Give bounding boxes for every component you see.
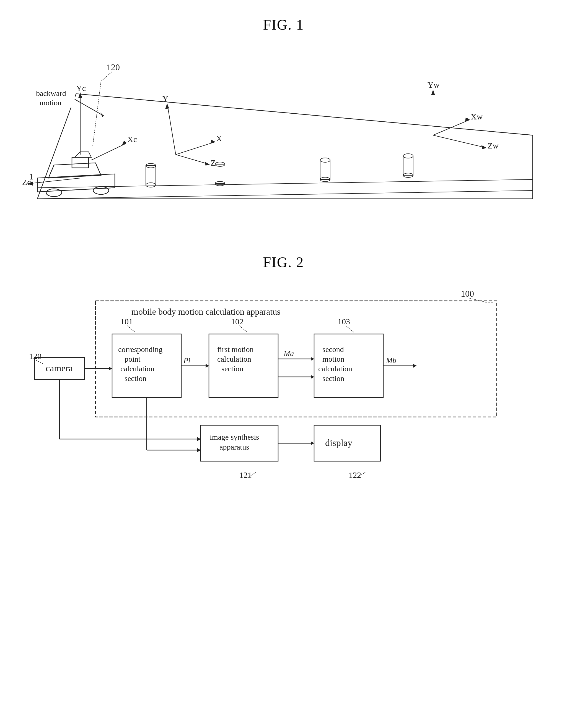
svg-text:first motion: first motion [217,345,253,354]
svg-marker-113 [311,441,314,445]
svg-marker-106 [197,448,201,452]
svg-line-2 [37,191,533,199]
svg-text:section: section [323,374,344,383]
svg-text:motion: motion [40,98,61,107]
svg-marker-87 [311,357,314,361]
svg-rect-51 [215,164,225,184]
svg-line-32 [176,142,214,155]
svg-text:calculation: calculation [318,364,352,373]
svg-text:Pi: Pi [183,356,190,365]
svg-rect-82 [209,334,278,398]
svg-text:image synthesis: image synthesis [210,433,259,441]
svg-text:backward: backward [36,89,66,98]
fig1-diagram: 1 backward motion 120 Yc Zc Xc Y X [0,38,567,232]
svg-line-65 [36,360,44,364]
svg-marker-45 [482,145,487,149]
fig2-diagram: mobile body motion calculation apparatus… [0,279,567,500]
svg-marker-0 [37,94,533,199]
svg-text:Xc: Xc [127,135,137,144]
svg-text:section: section [124,374,146,383]
svg-line-23 [29,178,80,184]
svg-text:point: point [124,355,140,363]
svg-line-62 [469,298,486,302]
svg-text:Zc: Zc [22,178,31,187]
svg-text:camera: camera [46,363,73,373]
svg-text:101: 101 [120,317,133,326]
svg-text:102: 102 [231,317,243,326]
svg-text:Ma: Ma [284,349,294,358]
svg-text:Y: Y [162,94,168,103]
svg-text:121: 121 [239,470,252,479]
svg-marker-36 [205,162,210,166]
svg-text:corresponding: corresponding [118,345,162,354]
svg-rect-54 [320,160,330,179]
svg-text:second: second [323,345,344,354]
svg-marker-21 [78,92,82,98]
svg-text:120: 120 [29,351,41,361]
svg-text:120: 120 [106,62,120,72]
svg-line-15 [75,99,104,116]
svg-text:Zw: Zw [488,141,499,150]
svg-marker-90 [311,375,314,379]
svg-text:Yc: Yc [76,84,86,93]
svg-line-1 [37,179,533,188]
svg-line-41 [433,120,469,135]
svg-marker-39 [431,90,435,95]
svg-line-71 [127,326,136,333]
svg-marker-33 [210,140,215,143]
fig2-title: FIG. 2 [0,232,567,270]
svg-line-92 [346,326,354,333]
svg-line-6 [95,163,101,175]
svg-text:section: section [221,364,243,373]
svg-line-29 [167,105,176,155]
svg-marker-78 [205,364,209,368]
svg-text:mobile body motion calculation: mobile body motion calculation apparatus [131,307,280,317]
svg-text:Mb: Mb [386,356,396,365]
svg-line-44 [433,135,486,148]
svg-text:display: display [325,438,352,448]
svg-marker-99 [413,364,417,368]
svg-line-35 [176,155,209,164]
svg-text:100: 100 [461,289,474,299]
svg-marker-16 [100,113,104,117]
svg-text:Xw: Xw [471,112,483,121]
svg-text:apparatus: apparatus [219,443,249,451]
svg-text:122: 122 [349,470,361,479]
svg-text:X: X [216,134,222,143]
svg-line-18 [101,72,112,81]
svg-marker-30 [165,103,169,109]
svg-text:103: 103 [338,317,350,326]
svg-rect-9 [72,157,88,168]
svg-text:calculation: calculation [120,364,154,373]
svg-rect-57 [403,156,413,175]
svg-point-8 [93,187,109,194]
svg-rect-48 [146,166,156,185]
svg-marker-10 [75,152,91,157]
svg-text:Yw: Yw [428,80,440,89]
svg-text:motion: motion [323,355,344,363]
fig1-title: FIG. 1 [0,0,567,33]
svg-point-7 [46,189,62,197]
svg-text:calculation: calculation [217,355,251,363]
svg-marker-69 [109,367,112,370]
svg-line-81 [239,326,248,333]
svg-line-26 [91,143,126,160]
svg-marker-103 [197,437,201,441]
